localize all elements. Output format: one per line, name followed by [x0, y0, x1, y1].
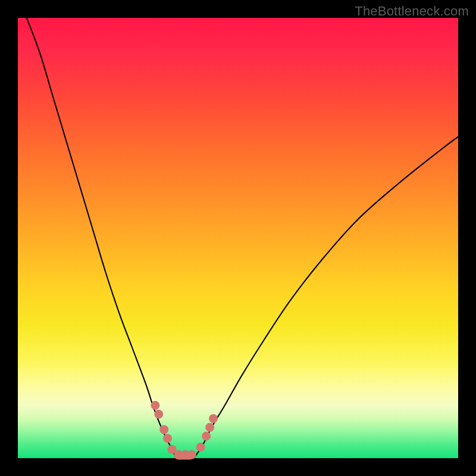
chart-frame: TheBottleneck.com: [0, 0, 476, 476]
marker-point: [196, 443, 205, 452]
curve-right-curve: [194, 137, 458, 458]
marker-point: [205, 423, 214, 432]
markers-group: [151, 401, 218, 459]
marker-point: [159, 425, 168, 434]
watermark-text: TheBottleneck.com: [355, 4, 469, 19]
curve-left-curve: [27, 18, 177, 458]
marker-point: [151, 401, 159, 410]
plot-area: [18, 18, 458, 458]
marker-point: [154, 410, 163, 419]
curve-svg: [18, 18, 458, 458]
marker-point: [187, 450, 196, 459]
marker-point: [202, 432, 211, 441]
marker-point: [209, 414, 218, 423]
marker-point: [163, 434, 172, 443]
curves-group: [27, 18, 458, 458]
